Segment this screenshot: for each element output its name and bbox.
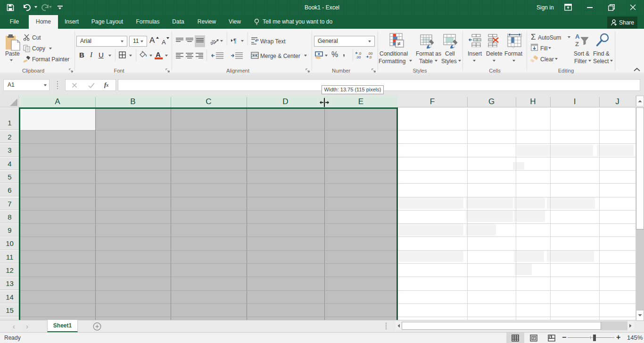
svg-text:≠: ≠ [397,41,401,47]
svg-text:.0: .0 [369,55,372,59]
svg-text:.00: .00 [356,55,361,59]
svg-text:¶: ¶ [233,38,236,44]
